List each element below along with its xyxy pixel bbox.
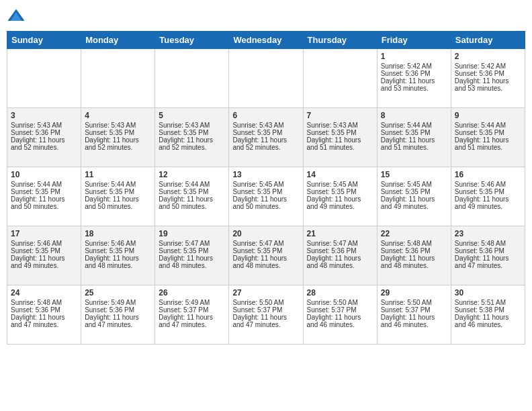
daylight-text: Daylight: 11 hours and 50 minutes.: [85, 195, 151, 210]
daylight-text: Daylight: 11 hours and 49 minutes.: [381, 195, 447, 210]
day-number: 10: [11, 170, 77, 179]
day-number: 1: [381, 52, 447, 61]
day-number: 19: [159, 229, 225, 238]
calendar-cell: [303, 49, 377, 108]
sunset-text: Sunset: 5:36 PM: [381, 70, 447, 77]
daylight-text: Daylight: 11 hours and 52 minutes.: [85, 136, 151, 151]
daylight-text: Daylight: 11 hours and 52 minutes.: [11, 136, 77, 151]
daylight-text: Daylight: 11 hours and 52 minutes.: [232, 136, 299, 151]
calendar-cell: 27Sunrise: 5:50 AMSunset: 5:37 PMDayligh…: [229, 285, 303, 345]
sunrise-text: Sunrise: 5:47 AM: [159, 240, 225, 247]
logo-icon: [7, 7, 26, 26]
sunset-text: Sunset: 5:35 PM: [85, 247, 151, 255]
daylight-text: Daylight: 11 hours and 49 minutes.: [11, 255, 77, 269]
sunrise-text: Sunrise: 5:43 AM: [307, 122, 373, 129]
sunrise-text: Sunrise: 5:47 AM: [232, 240, 299, 247]
calendar-cell: 28Sunrise: 5:50 AMSunset: 5:37 PMDayligh…: [303, 285, 377, 345]
sunrise-text: Sunrise: 5:48 AM: [455, 240, 521, 247]
sunset-text: Sunset: 5:37 PM: [381, 306, 447, 314]
sunrise-text: Sunrise: 5:48 AM: [11, 299, 77, 306]
calendar-cell: [229, 49, 303, 108]
sunset-text: Sunset: 5:37 PM: [232, 306, 299, 314]
day-number: 12: [159, 170, 225, 179]
daylight-text: Daylight: 11 hours and 47 minutes.: [11, 314, 77, 328]
sunrise-text: Sunrise: 5:46 AM: [455, 181, 521, 188]
sunset-text: Sunset: 5:37 PM: [159, 306, 225, 314]
sunrise-text: Sunrise: 5:50 AM: [232, 299, 299, 306]
daylight-text: Daylight: 11 hours and 47 minutes.: [232, 314, 299, 328]
day-number: 30: [455, 288, 521, 298]
sunrise-text: Sunrise: 5:48 AM: [381, 240, 447, 247]
day-number: 26: [159, 288, 225, 298]
sunset-text: Sunset: 5:36 PM: [381, 247, 447, 255]
daylight-text: Daylight: 11 hours and 48 minutes.: [85, 255, 151, 269]
daylight-text: Daylight: 11 hours and 48 minutes.: [232, 255, 299, 269]
calendar-cell: 3Sunrise: 5:43 AMSunset: 5:36 PMDaylight…: [7, 108, 81, 167]
daylight-text: Daylight: 11 hours and 46 minutes.: [381, 314, 447, 328]
sunrise-text: Sunrise: 5:44 AM: [381, 122, 447, 129]
daylight-text: Daylight: 11 hours and 47 minutes.: [455, 255, 521, 269]
sunrise-text: Sunrise: 5:46 AM: [85, 240, 151, 247]
sunset-text: Sunset: 5:36 PM: [85, 306, 151, 314]
sunrise-text: Sunrise: 5:44 AM: [11, 181, 77, 188]
calendar-cell: 29Sunrise: 5:50 AMSunset: 5:37 PMDayligh…: [377, 285, 451, 345]
day-number: 23: [455, 229, 521, 238]
daylight-text: Daylight: 11 hours and 52 minutes.: [159, 136, 225, 151]
daylight-text: Daylight: 11 hours and 46 minutes.: [307, 314, 373, 328]
sunset-text: Sunset: 5:37 PM: [307, 306, 373, 314]
calendar-week-row: 10Sunrise: 5:44 AMSunset: 5:35 PMDayligh…: [7, 167, 525, 226]
calendar-cell: 6Sunrise: 5:43 AMSunset: 5:35 PMDaylight…: [229, 108, 303, 167]
calendar-cell: 12Sunrise: 5:44 AMSunset: 5:35 PMDayligh…: [155, 167, 229, 226]
sunset-text: Sunset: 5:36 PM: [11, 129, 77, 136]
sunset-text: Sunset: 5:36 PM: [455, 247, 521, 255]
sunset-text: Sunset: 5:36 PM: [11, 306, 77, 314]
sunset-text: Sunset: 5:35 PM: [455, 129, 521, 136]
calendar-cell: 23Sunrise: 5:48 AMSunset: 5:36 PMDayligh…: [451, 226, 525, 285]
sunset-text: Sunset: 5:35 PM: [307, 129, 373, 136]
sunrise-text: Sunrise: 5:45 AM: [381, 181, 447, 188]
day-number: 9: [455, 111, 521, 120]
sunset-text: Sunset: 5:35 PM: [381, 129, 447, 136]
calendar-cell: 25Sunrise: 5:49 AMSunset: 5:36 PMDayligh…: [81, 285, 155, 345]
calendar-cell: 4Sunrise: 5:43 AMSunset: 5:35 PMDaylight…: [81, 108, 155, 167]
sunset-text: Sunset: 5:35 PM: [85, 129, 151, 136]
sunrise-text: Sunrise: 5:50 AM: [381, 299, 447, 306]
calendar-cell: 17Sunrise: 5:46 AMSunset: 5:35 PMDayligh…: [7, 226, 81, 285]
day-number: 16: [455, 170, 521, 179]
day-number: 25: [85, 288, 151, 298]
calendar-cell: 24Sunrise: 5:48 AMSunset: 5:36 PMDayligh…: [7, 285, 81, 345]
sunset-text: Sunset: 5:38 PM: [455, 306, 521, 314]
daylight-text: Daylight: 11 hours and 47 minutes.: [159, 314, 225, 328]
logo: [7, 7, 28, 26]
sunset-text: Sunset: 5:35 PM: [159, 188, 225, 195]
sunset-text: Sunset: 5:35 PM: [381, 188, 447, 195]
daylight-text: Daylight: 11 hours and 48 minutes.: [159, 255, 225, 269]
day-number: 2: [455, 52, 521, 61]
day-number: 18: [85, 229, 151, 238]
calendar-week-row: 24Sunrise: 5:48 AMSunset: 5:36 PMDayligh…: [7, 285, 525, 345]
sunset-text: Sunset: 5:35 PM: [232, 247, 299, 255]
calendar-cell: 26Sunrise: 5:49 AMSunset: 5:37 PMDayligh…: [155, 285, 229, 345]
daylight-text: Daylight: 11 hours and 46 minutes.: [455, 314, 521, 328]
calendar-cell: 8Sunrise: 5:44 AMSunset: 5:35 PMDaylight…: [377, 108, 451, 167]
sunrise-text: Sunrise: 5:43 AM: [11, 122, 77, 129]
day-number: 5: [159, 111, 225, 120]
sunrise-text: Sunrise: 5:42 AM: [455, 62, 521, 70]
daylight-text: Daylight: 11 hours and 50 minutes.: [11, 195, 77, 210]
calendar-cell: 5Sunrise: 5:43 AMSunset: 5:35 PMDaylight…: [155, 108, 229, 167]
sunset-text: Sunset: 5:35 PM: [307, 188, 373, 195]
sunset-text: Sunset: 5:35 PM: [159, 129, 225, 136]
sunset-text: Sunset: 5:35 PM: [85, 188, 151, 195]
calendar-table: SundayMondayTuesdayWednesdayThursdayFrid…: [7, 31, 525, 345]
calendar-cell: 22Sunrise: 5:48 AMSunset: 5:36 PMDayligh…: [377, 226, 451, 285]
sunrise-text: Sunrise: 5:50 AM: [307, 299, 373, 306]
header-sunday: Sunday: [7, 32, 81, 49]
calendar-cell: [155, 49, 229, 108]
day-number: 22: [381, 229, 447, 238]
day-number: 28: [307, 288, 373, 298]
header-friday: Friday: [377, 32, 451, 49]
sunrise-text: Sunrise: 5:43 AM: [232, 122, 299, 129]
calendar-cell: 13Sunrise: 5:45 AMSunset: 5:35 PMDayligh…: [229, 167, 303, 226]
sunset-text: Sunset: 5:35 PM: [11, 188, 77, 195]
day-number: 4: [85, 111, 151, 120]
